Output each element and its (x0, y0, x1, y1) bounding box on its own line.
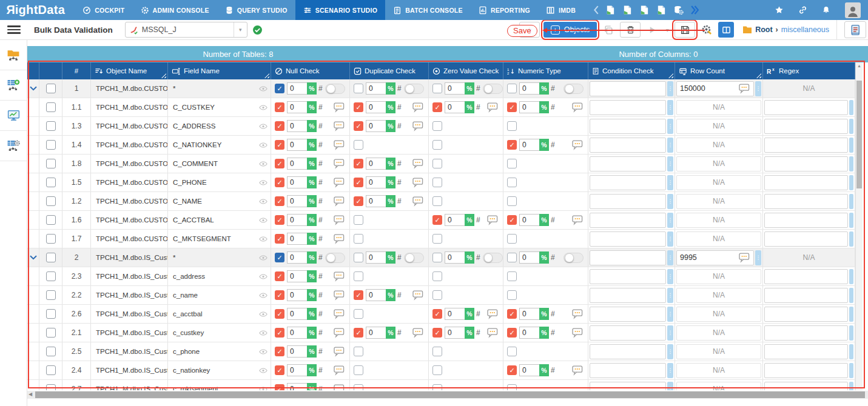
header-select-all[interactable] (39, 62, 62, 79)
numeric-type-count-badge[interactable]: # (551, 366, 555, 374)
numeric-type-percent-badge[interactable]: % (539, 82, 549, 95)
null-check-checkbox[interactable] (275, 234, 284, 244)
null-check-percent-badge[interactable]: % (307, 308, 317, 320)
zero-value-check-percent-badge[interactable]: % (465, 308, 474, 320)
zero-value-check-checkbox[interactable] (432, 178, 442, 187)
duplicate-check-checkbox[interactable] (354, 102, 363, 112)
column-resize-handle[interactable] (756, 73, 761, 78)
regex-input[interactable] (764, 138, 848, 153)
row-checkbox[interactable] (46, 253, 56, 262)
drag-handle[interactable]: ⋮ (667, 175, 673, 190)
numeric-type-count-badge[interactable]: # (551, 141, 555, 149)
null-check-count-badge[interactable]: # (318, 366, 323, 374)
zero-value-check-checkbox[interactable] (432, 196, 442, 206)
zero-value-check-percent-badge[interactable]: % (465, 214, 474, 226)
duplicate-check-count-badge[interactable]: # (397, 103, 402, 111)
duplicate-check-percent-badge[interactable]: % (386, 101, 395, 113)
null-check-count-badge[interactable]: # (318, 103, 323, 111)
comment-icon[interactable] (412, 102, 424, 113)
null-check-threshold-input[interactable] (287, 289, 307, 301)
link-icon[interactable] (798, 5, 807, 15)
chevrons-right-icon[interactable] (690, 5, 699, 15)
null-check-checkbox[interactable] (275, 328, 284, 338)
duplicate-check-count-badge[interactable]: # (397, 122, 402, 130)
numeric-type-count-badge[interactable]: # (551, 216, 555, 224)
condition-input[interactable] (590, 307, 666, 322)
null-check-threshold-input[interactable] (287, 383, 307, 390)
comment-icon[interactable] (572, 365, 584, 376)
comment-icon[interactable] (412, 178, 424, 188)
settings-button[interactable] (699, 22, 715, 38)
null-check-threshold-input[interactable] (287, 214, 307, 226)
drag-handle[interactable]: ⋮ (667, 119, 673, 134)
drag-handle[interactable]: ⋮ (667, 81, 673, 96)
null-check-percent-badge[interactable]: % (307, 158, 317, 170)
drag-handle[interactable]: ⋮ (667, 344, 673, 359)
regex-input[interactable] (764, 156, 848, 171)
preview-eye-icon[interactable] (259, 199, 267, 204)
zero-value-check-percent-badge[interactable]: % (465, 101, 474, 113)
null-check-percent-badge[interactable]: % (307, 139, 317, 151)
header-condition-check[interactable]: Condition Check (588, 62, 675, 79)
null-check-count-badge[interactable]: # (318, 272, 323, 281)
doc-new-icon[interactable] (605, 5, 616, 15)
condition-input[interactable] (590, 231, 666, 247)
numeric-type-threshold-input[interactable] (519, 308, 539, 320)
comment-icon[interactable] (334, 309, 345, 319)
null-check-checkbox[interactable] (275, 140, 284, 150)
duplicate-check-toggle[interactable] (404, 253, 424, 263)
condition-input[interactable] (590, 269, 666, 284)
duplicate-check-threshold-input[interactable] (366, 176, 386, 188)
comment-icon[interactable] (572, 215, 584, 225)
zero-value-check-checkbox[interactable] (432, 347, 442, 356)
doc-new-icon[interactable] (639, 5, 650, 15)
database-gear-icon[interactable] (673, 5, 684, 15)
numeric-type-percent-badge[interactable]: % (539, 139, 549, 151)
comment-icon[interactable] (572, 309, 584, 319)
numeric-type-percent-badge[interactable]: % (539, 364, 549, 376)
comment-icon[interactable] (334, 365, 345, 376)
null-check-checkbox[interactable] (275, 253, 284, 262)
sidebar-item-scenario-explorer[interactable] (0, 40, 27, 70)
null-check-percent-badge[interactable]: % (307, 270, 317, 282)
duplicate-check-checkbox[interactable] (354, 271, 363, 281)
comment-icon[interactable] (334, 384, 345, 391)
zero-value-check-count-badge[interactable]: # (476, 103, 480, 111)
regex-input[interactable] (764, 100, 848, 115)
zero-value-check-checkbox[interactable] (432, 159, 442, 168)
duplicate-check-checkbox[interactable] (354, 234, 363, 244)
preview-eye-icon[interactable] (259, 387, 267, 391)
zero-value-check-percent-badge[interactable]: % (465, 82, 474, 95)
star-icon[interactable] (775, 5, 784, 15)
null-check-percent-badge[interactable]: % (307, 345, 317, 358)
drag-handle[interactable]: ⋮ (667, 307, 673, 322)
duplicate-check-count-badge[interactable]: # (397, 197, 402, 205)
vertical-scroll-thumb[interactable] (856, 81, 862, 188)
null-check-count-badge[interactable]: # (318, 310, 323, 318)
drag-handle[interactable] (849, 344, 853, 359)
duplicate-check-checkbox[interactable] (354, 384, 363, 390)
drag-handle[interactable] (849, 213, 853, 228)
numeric-type-percent-badge[interactable]: % (539, 251, 549, 264)
header-numeric-type[interactable]: 12Numeric Type (503, 62, 588, 79)
null-check-percent-badge[interactable]: % (307, 364, 317, 376)
numeric-type-threshold-input[interactable] (519, 364, 539, 376)
row-expand-icon[interactable] (30, 86, 37, 91)
column-resize-handle[interactable] (264, 73, 269, 78)
duplicate-check-percent-badge[interactable]: % (386, 195, 395, 207)
null-check-threshold-input[interactable] (287, 101, 307, 113)
null-check-threshold-input[interactable] (287, 176, 307, 188)
numeric-type-checkbox[interactable] (507, 84, 517, 93)
numeric-type-threshold-input[interactable] (519, 251, 539, 264)
duplicate-check-checkbox[interactable] (354, 159, 363, 168)
duplicate-check-percent-badge[interactable]: % (386, 82, 395, 95)
duplicate-check-threshold-input[interactable] (366, 82, 386, 95)
copy-button[interactable] (601, 22, 616, 38)
preview-eye-icon[interactable] (259, 368, 267, 373)
regex-input[interactable] (764, 119, 848, 134)
comment-icon[interactable] (334, 215, 345, 225)
comment-icon[interactable] (412, 121, 424, 131)
numeric-type-threshold-input[interactable] (519, 214, 539, 226)
numeric-type-checkbox[interactable] (507, 140, 517, 150)
numeric-type-count-badge[interactable]: # (551, 310, 555, 318)
